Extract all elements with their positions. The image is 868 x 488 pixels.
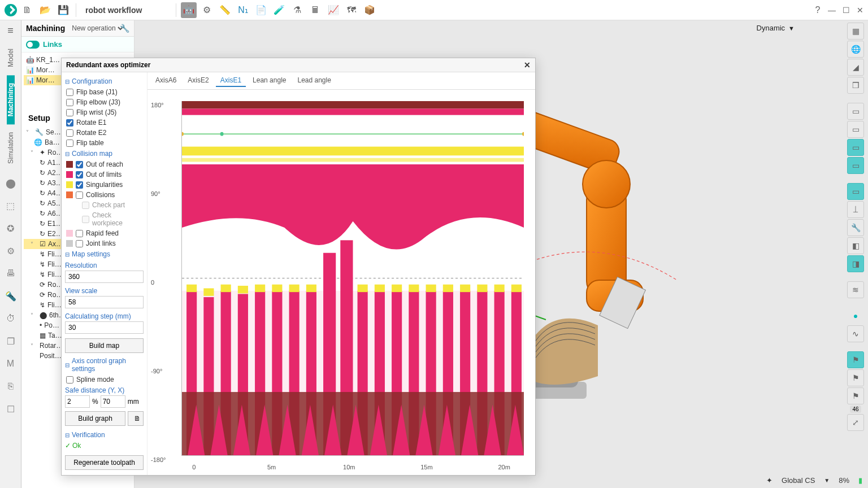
- links-toggle[interactable]: [26, 41, 40, 49]
- chk-rotate-e2[interactable]: [66, 129, 73, 137]
- rt-flag2-icon[interactable]: ⚑: [847, 369, 864, 386]
- dialog-close-icon[interactable]: ✕: [524, 60, 531, 69]
- chevron-down-icon[interactable]: ▼: [824, 477, 830, 483]
- hamburger-icon[interactable]: ≡: [7, 25, 14, 37]
- chk-rapid-feed[interactable]: [76, 230, 83, 237]
- sidebar-icon-m[interactable]: M: [3, 356, 19, 372]
- build-map-button[interactable]: Build map: [65, 338, 144, 353]
- toolbar-icon-3[interactable]: 📏: [217, 2, 233, 18]
- tab-model[interactable]: Model: [7, 41, 15, 75]
- tab-lead-angle[interactable]: Lead angle: [293, 75, 335, 87]
- svg-rect-54: [477, 285, 487, 292]
- chk-check-part: [82, 202, 89, 209]
- toolbar-icon-7[interactable]: ⚗: [289, 2, 305, 18]
- sidebar-icon-box[interactable]: ☐: [3, 401, 19, 417]
- section-verification[interactable]: Verification: [65, 429, 144, 441]
- regenerate-toolpath-button[interactable]: Regenerate toolpath: [65, 455, 144, 470]
- rt-flag3-icon[interactable]: ⚑: [847, 387, 864, 404]
- section-axis-control[interactable]: Axis control graph settings: [65, 355, 144, 374]
- rt-globe-icon[interactable]: 🌐: [847, 41, 864, 58]
- section-collision-map[interactable]: Collision map: [65, 148, 144, 159]
- sidebar-icon-select[interactable]: ⬚: [3, 198, 19, 213]
- sidebar-icon-compass[interactable]: ✪: [3, 220, 19, 236]
- build-graph-button[interactable]: Build graph: [65, 411, 125, 426]
- machining-label: Machining: [26, 24, 65, 33]
- chk-flip-wrist[interactable]: [66, 109, 73, 116]
- app-logo[interactable]: [5, 4, 17, 16]
- chk-flip-base[interactable]: [66, 89, 73, 96]
- toolbar-icon-9[interactable]: 📈: [326, 2, 341, 18]
- toolbar-icon-1[interactable]: 🤖: [181, 2, 197, 18]
- sidebar-icon-flash[interactable]: 🔦: [3, 288, 19, 304]
- chk-singularities[interactable]: [76, 181, 83, 189]
- input-calc-step[interactable]: [65, 321, 144, 334]
- chevron-down-icon[interactable]: ▼: [788, 25, 795, 32]
- tab-axise1[interactable]: AxisE1: [216, 75, 246, 87]
- tab-lean-angle[interactable]: Lean angle: [248, 75, 290, 87]
- view-mode-label[interactable]: Dynamic: [757, 24, 785, 32]
- rt-expand-icon[interactable]: ⤢: [847, 414, 864, 431]
- new-file-icon[interactable]: 🗎: [19, 2, 35, 18]
- chk-joint-links[interactable]: [76, 240, 83, 247]
- toolbar-icon-11[interactable]: 📦: [362, 2, 377, 18]
- toolbar-icon-8[interactable]: 🖩: [307, 2, 323, 18]
- tab-simulation[interactable]: Simulation: [7, 124, 15, 172]
- sidebar-icon-gear[interactable]: ⚙: [3, 243, 19, 259]
- toolbar-icon-10[interactable]: 🗺: [344, 2, 359, 18]
- rt-plane-icon[interactable]: ◢: [847, 59, 864, 76]
- chk-rotate-e1[interactable]: [66, 119, 73, 127]
- maximize-icon[interactable]: ☐: [843, 6, 850, 15]
- wrench-icon[interactable]: 🔧: [120, 24, 129, 33]
- input-safe-y[interactable]: [65, 395, 90, 408]
- axis-triad-icon[interactable]: ✦: [766, 476, 772, 485]
- sidebar-icon-globe[interactable]: ⬤: [3, 175, 19, 191]
- tab-axise2[interactable]: AxisE2: [183, 75, 213, 87]
- sidebar-icon-timer[interactable]: ⏱: [3, 311, 19, 326]
- chk-collisions[interactable]: [76, 191, 83, 199]
- chk-out-of-reach[interactable]: [76, 161, 83, 168]
- coord-system-label[interactable]: Global CS: [782, 476, 815, 485]
- rt-flag1-icon[interactable]: ⚑: [847, 351, 864, 368]
- chk-out-of-limits[interactable]: [76, 171, 83, 178]
- tab-machining[interactable]: Machining: [7, 75, 15, 124]
- rt-holder-icon[interactable]: 🔧: [847, 219, 864, 236]
- rt-misc1-icon[interactable]: ◧: [847, 237, 864, 254]
- rt-dot-icon[interactable]: ●: [847, 307, 864, 324]
- rt-tool-icon[interactable]: ⟘: [847, 201, 864, 218]
- tab-axisa6[interactable]: AxisA6: [151, 75, 181, 87]
- chart-icon: 📊: [26, 66, 34, 74]
- toolbar-icon-6[interactable]: 🧪: [271, 2, 287, 18]
- section-configuration[interactable]: Configuration: [65, 76, 144, 87]
- toolbar-icon-5[interactable]: 📄: [253, 2, 269, 18]
- rt-grid-icon[interactable]: ▦: [847, 23, 864, 40]
- chk-flip-table[interactable]: [66, 140, 73, 147]
- section-map-settings[interactable]: Map settings: [65, 249, 144, 260]
- chk-spline-mode[interactable]: [66, 376, 73, 384]
- rt-stock-icon[interactable]: ▭: [847, 139, 864, 156]
- build-graph-aux-button[interactable]: 🗎: [128, 411, 144, 426]
- minimize-icon[interactable]: —: [828, 6, 836, 15]
- rt-block1-icon[interactable]: ▭: [847, 103, 864, 120]
- toolbar-icon-4[interactable]: N₁: [235, 2, 251, 18]
- rt-fixture-icon[interactable]: ▭: [847, 183, 864, 200]
- chk-flip-elbow[interactable]: [66, 99, 73, 106]
- open-file-icon[interactable]: 📂: [37, 2, 53, 18]
- rt-part-icon[interactable]: ▭: [847, 157, 864, 174]
- rt-block2-icon[interactable]: ▭: [847, 121, 864, 138]
- rt-sine-icon[interactable]: ∿: [847, 325, 864, 342]
- toolbar-icon-2[interactable]: ⚙: [199, 2, 215, 18]
- help-icon[interactable]: ?: [810, 2, 826, 18]
- new-operation-dropdown[interactable]: New operation: [70, 24, 125, 33]
- sidebar-icon-copy[interactable]: ❐: [3, 333, 19, 349]
- sidebar-icon-output[interactable]: ⎘: [3, 378, 19, 394]
- input-safe-x[interactable]: [101, 395, 125, 408]
- rt-cube-icon[interactable]: ❒: [847, 77, 864, 94]
- input-resolution[interactable]: [65, 271, 144, 283]
- rt-misc2-icon[interactable]: ◨: [847, 255, 864, 272]
- close-window-icon[interactable]: ✕: [857, 6, 863, 15]
- rt-wave-icon[interactable]: ≋: [847, 281, 864, 298]
- sidebar-icon-print[interactable]: 🖶: [3, 265, 19, 281]
- save-file-icon[interactable]: 💾: [55, 2, 71, 18]
- input-view-scale[interactable]: [65, 296, 144, 308]
- collision-map-chart[interactable]: 180° 90° 0 -90° -180° 0 5m 10m 15m 20m: [147, 90, 535, 475]
